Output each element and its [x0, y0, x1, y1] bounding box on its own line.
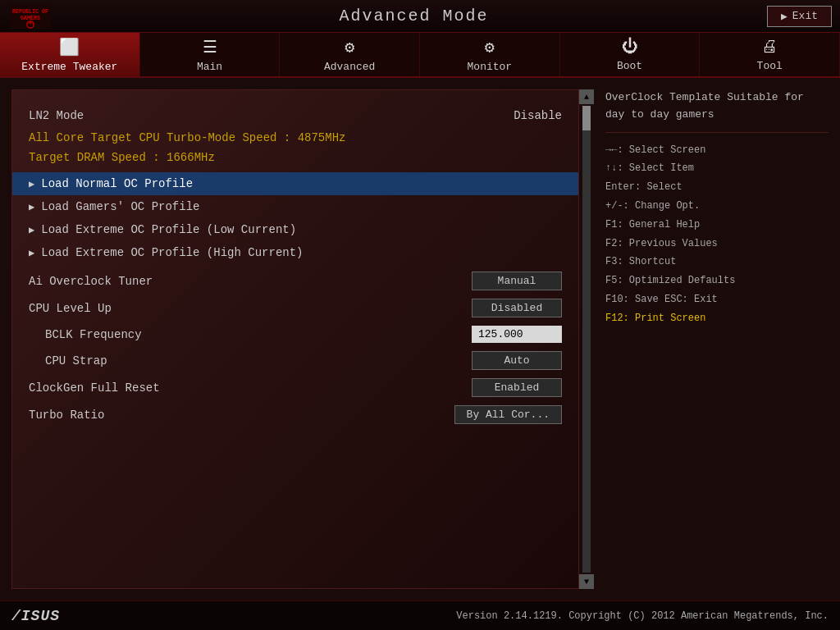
tab-advanced-label: Advanced [324, 61, 375, 73]
ai-overclock-value[interactable]: Manual [472, 272, 562, 290]
menu-item-load-extreme-low[interactable]: ▶ Load Extreme OC Profile (Low Current) [12, 218, 578, 241]
exit-icon: ▶ [781, 10, 788, 23]
menu-item-load-normal[interactable]: ▶ Load Normal OC Profile [12, 172, 578, 195]
ai-overclock-label: Ai Overclock Tuner [29, 275, 472, 288]
menu-item-load-extreme-high[interactable]: ▶ Load Extreme OC Profile (High Current) [12, 241, 578, 264]
menu-item-label: Load Gamers' OC Profile [41, 200, 199, 213]
menu-item-label: Load Extreme OC Profile (High Current) [41, 246, 303, 259]
main-icon: ☰ [203, 37, 217, 57]
nav-tabs: ⬜ Extreme Tweaker ☰ Main ⚙ Advanced ⚙ Mo… [0, 33, 840, 78]
hint-change-opt: +/-: Change Opt. [605, 197, 829, 216]
version-text: Version 2.14.1219. Copyright (C) 2012 Am… [456, 610, 829, 622]
asus-logo: /ISUS [11, 606, 60, 625]
cpu-level-up-label: CPU Level Up [29, 302, 472, 315]
clockgen-value[interactable]: Enabled [472, 378, 562, 397]
monitor-icon: ⚙ [485, 37, 495, 57]
hint-f1: F1: General Help [605, 216, 829, 235]
help-text: OverClock Template Suitable for day to d… [605, 89, 829, 133]
clockgen-label: ClockGen Full Reset [29, 381, 472, 395]
menu-item-label: Load Extreme OC Profile (Low Current) [41, 223, 296, 236]
tab-boot-label: Boot [617, 60, 642, 72]
hint-f10: F10: Save ESC: Exit [605, 290, 829, 309]
hint-f5: F5: Optimized Defaults [605, 272, 829, 290]
boot-icon: ⏻ [622, 37, 638, 57]
tab-tool[interactable]: 🖨 Tool [700, 33, 840, 76]
turbo-ratio-label: Turbo Ratio [29, 409, 454, 422]
svg-text:GAMERS: GAMERS [21, 15, 40, 21]
tab-main-label: Main [197, 61, 222, 73]
scroll-up-button[interactable]: ▲ [579, 89, 594, 104]
right-panel: OverClock Template Suitable for day to d… [594, 78, 840, 600]
svg-text:REPUBLIC OF: REPUBLIC OF [12, 7, 48, 14]
tab-extreme-tweaker[interactable]: ⬜ Extreme Tweaker [0, 33, 140, 76]
ln2-mode-label: LN2 Mode [29, 109, 463, 122]
cpu-strap-label: CPU Strap [45, 354, 472, 368]
menu-arrow-icon: ▶ [29, 247, 34, 259]
ln2-mode-row: LN2 Mode Disable [12, 103, 578, 128]
ai-overclock-row: Ai Overclock Tuner Manual [12, 267, 578, 294]
cpu-level-up-value[interactable]: Disabled [472, 299, 562, 317]
cpu-strap-row: CPU Strap Auto [12, 347, 578, 374]
tab-monitor[interactable]: ⚙ Monitor [420, 33, 560, 76]
tool-icon: 🖨 [761, 37, 778, 57]
hint-f2: F2: Previous Values [605, 235, 829, 253]
scroll-track [582, 106, 591, 573]
tab-boot[interactable]: ⏻ Boot [560, 33, 701, 76]
header: REPUBLIC OF GAMERS Advanced Mode ▶ Exit [0, 0, 840, 33]
tab-tool-label: Tool [757, 60, 783, 72]
main-panel: LN2 Mode Disable All Core Target CPU Tur… [11, 89, 579, 589]
cpu-strap-value[interactable]: Auto [472, 351, 562, 370]
menu-arrow-icon: ▶ [29, 201, 34, 213]
scroll-down-button[interactable]: ▼ [579, 574, 594, 589]
menu-item-load-gamers[interactable]: ▶ Load Gamers' OC Profile [12, 195, 578, 218]
turbo-ratio-value[interactable]: By All Cor... [454, 405, 562, 424]
header-title: Advanced Mode [61, 7, 767, 25]
tab-main[interactable]: ☰ Main [140, 33, 281, 76]
menu-item-label: Load Normal OC Profile [41, 177, 193, 190]
exit-button[interactable]: ▶ Exit [767, 6, 832, 27]
hint-select-item: ↑↓: Select Item [605, 159, 829, 178]
ln2-mode-value: Disable [463, 109, 562, 122]
footer: /ISUS Version 2.14.1219. Copyright (C) 2… [0, 600, 840, 630]
clockgen-row: ClockGen Full Reset Enabled [12, 374, 578, 401]
bclk-frequency-input[interactable] [472, 326, 562, 343]
scroll-thumb[interactable] [582, 106, 591, 130]
advanced-icon: ⚙ [345, 37, 354, 57]
cpu-level-up-row: CPU Level Up Disabled [12, 294, 578, 322]
logo-area: REPUBLIC OF GAMERS [0, 3, 61, 30]
hint-select-screen: →←: Select Screen [605, 141, 829, 160]
rog-logo-icon: REPUBLIC OF GAMERS [10, 3, 51, 30]
hint-enter: Enter: Select [605, 178, 829, 197]
scrollbar: ▲ ▼ [579, 89, 594, 589]
extreme-tweaker-icon: ⬜ [59, 37, 80, 57]
exit-label: Exit [792, 10, 818, 22]
turbo-ratio-row: Turbo Ratio By All Cor... [12, 401, 578, 428]
hint-f3: F3: Shortcut [605, 253, 829, 272]
hint-f12: F12: Print Screen [605, 309, 829, 328]
menu-arrow-icon: ▶ [29, 224, 34, 236]
tab-advanced[interactable]: ⚙ Advanced [280, 33, 420, 76]
menu-arrow-icon: ▶ [29, 178, 34, 190]
tab-monitor-label: Monitor [468, 61, 513, 73]
key-hints: →←: Select Screen ↑↓: Select Item Enter:… [605, 141, 829, 328]
tab-extreme-tweaker-label: Extreme Tweaker [21, 61, 117, 73]
bclk-frequency-row: BCLK Frequency [12, 322, 578, 347]
bclk-frequency-label: BCLK Frequency [45, 328, 472, 341]
content: LN2 Mode Disable All Core Target CPU Tur… [0, 78, 840, 600]
dram-info-text: Target DRAM Speed : 1666MHz [12, 148, 578, 167]
cpu-info-text: All Core Target CPU Turbo-Mode Speed : 4… [12, 128, 578, 148]
